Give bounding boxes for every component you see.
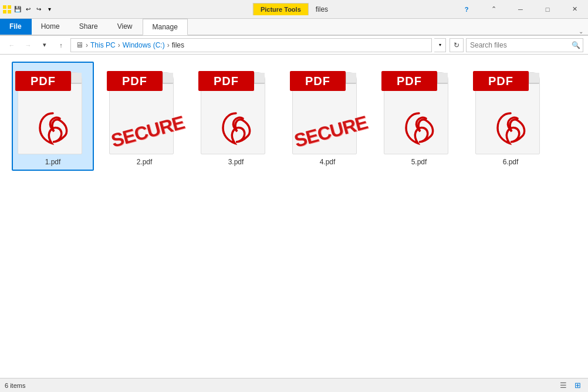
status-bar: 6 items ☰ ⊞: [0, 378, 588, 392]
svg-rect-2: [3, 10, 6, 13]
tab-file[interactable]: File: [0, 18, 32, 35]
minimize-button[interactable]: ─: [507, 0, 534, 19]
file-thumbnail: PDF: [201, 66, 271, 154]
pdf-banner: PDF: [381, 71, 437, 91]
file-thumbnail: PDF SECURE: [292, 66, 363, 154]
svg-rect-3: [8, 10, 11, 13]
pdf-label: PDF: [397, 75, 422, 88]
redo-icon[interactable]: ↪: [34, 5, 43, 14]
search-icon[interactable]: 🔍: [569, 38, 583, 52]
quick-access-toolbar: 💾 ↩ ↪ ▾: [0, 5, 54, 14]
page-fold: [71, 73, 82, 83]
dropdown-icon[interactable]: ▾: [45, 5, 54, 14]
window-title: files: [309, 3, 335, 16]
ribbon-chevron[interactable]: ⌄: [579, 28, 588, 35]
page-fold: [346, 73, 356, 83]
help-button[interactable]: ?: [453, 0, 480, 19]
large-icons-view-button[interactable]: ⊞: [572, 380, 583, 391]
path-part-thispc[interactable]: This PC: [90, 41, 116, 49]
save-icon[interactable]: 💾: [13, 5, 22, 14]
path-part-drive[interactable]: Windows (C:): [123, 41, 165, 49]
ribbon-collapse-button[interactable]: ⌃: [480, 0, 507, 19]
pdf-label: PDF: [214, 75, 239, 88]
acrobat-logo: [401, 110, 437, 148]
app-icon: [2, 5, 12, 14]
list-item[interactable]: PDF 6.pdf: [469, 62, 552, 171]
forward-button[interactable]: →: [21, 38, 35, 52]
page-fold: [529, 73, 539, 83]
file-name: 5.pdf: [411, 158, 427, 166]
file-thumbnail: PDF: [18, 66, 88, 154]
pdf-banner: PDF: [107, 71, 163, 91]
address-path[interactable]: 🖥 › This PC › Windows (C:) › files: [70, 38, 432, 52]
path-separator-2: ›: [118, 41, 120, 49]
file-name: 6.pdf: [503, 158, 519, 166]
page-fold: [437, 73, 448, 83]
path-separator-1: ›: [86, 41, 88, 49]
list-item[interactable]: PDF 3.pdf: [195, 62, 277, 171]
tab-home[interactable]: Home: [32, 18, 70, 35]
pdf-banner: PDF: [290, 71, 346, 91]
acrobat-logo: [35, 110, 70, 148]
search-box[interactable]: 🔍: [466, 38, 583, 52]
file-name: 4.pdf: [320, 158, 336, 166]
list-item[interactable]: PDF 5.pdf: [378, 62, 460, 171]
maximize-button[interactable]: □: [534, 0, 561, 19]
undo-icon[interactable]: ↩: [23, 5, 33, 14]
title-bar: 💾 ↩ ↪ ▾ Picture Tools files ? ⌃ ─ □ ✕: [0, 0, 588, 19]
tab-manage[interactable]: Manage: [143, 19, 188, 35]
recent-locations-button[interactable]: ▾: [38, 38, 52, 52]
list-item[interactable]: PDF SECURE 2.pdf: [103, 62, 185, 171]
pdf-label: PDF: [31, 75, 56, 88]
file-thumbnail: PDF SECURE: [109, 66, 180, 154]
details-view-button[interactable]: ☰: [557, 380, 569, 391]
acrobat-logo: [218, 110, 254, 148]
item-count: 6 items: [5, 382, 25, 389]
file-thumbnail: PDF: [384, 66, 454, 154]
acrobat-logo: [493, 110, 528, 148]
pdf-banner: PDF: [198, 71, 254, 91]
path-separator-3: ›: [167, 41, 170, 49]
up-button[interactable]: ↑: [54, 38, 68, 52]
file-name: 2.pdf: [137, 158, 153, 166]
page-fold: [163, 73, 173, 83]
ribbon: File Home Share View Manage ⌄: [0, 19, 588, 36]
page-fold: [254, 73, 265, 83]
file-name: 1.pdf: [45, 158, 61, 166]
address-bar: ← → ▾ ↑ 🖥 › This PC › Windows (C:) › fil…: [0, 36, 588, 55]
close-button[interactable]: ✕: [561, 0, 588, 19]
list-item[interactable]: PDF SECURE 4.pdf: [286, 62, 369, 171]
pdf-label: PDF: [488, 75, 513, 88]
file-name: 3.pdf: [228, 158, 244, 166]
path-current: files: [172, 41, 184, 49]
address-dropdown-button[interactable]: ▾: [434, 38, 446, 52]
back-button[interactable]: ←: [5, 38, 19, 52]
picture-tools-tab[interactable]: Picture Tools: [253, 3, 309, 15]
list-item[interactable]: PDF 1.pdf: [12, 62, 94, 171]
pdf-banner: PDF: [15, 71, 71, 91]
file-thumbnail: PDF: [475, 66, 546, 154]
pdf-label: PDF: [305, 75, 330, 88]
svg-rect-0: [3, 5, 6, 9]
tab-view[interactable]: View: [108, 18, 143, 35]
svg-rect-1: [8, 5, 11, 9]
pdf-banner: PDF: [473, 71, 529, 91]
refresh-button[interactable]: ↻: [450, 38, 464, 52]
pdf-label: PDF: [122, 75, 147, 88]
view-controls: ☰ ⊞: [557, 380, 583, 391]
search-input[interactable]: [467, 41, 569, 49]
ribbon-tab-bar: File Home Share View Manage ⌄: [0, 19, 588, 35]
window-controls: ? ⌃ ─ □ ✕: [453, 0, 588, 19]
title-center: Picture Tools files: [253, 3, 335, 16]
tab-share[interactable]: Share: [70, 18, 108, 35]
file-list: PDF 1.pdf PDF SECURE 2.pdf PDF 3.pdf: [0, 55, 588, 376]
